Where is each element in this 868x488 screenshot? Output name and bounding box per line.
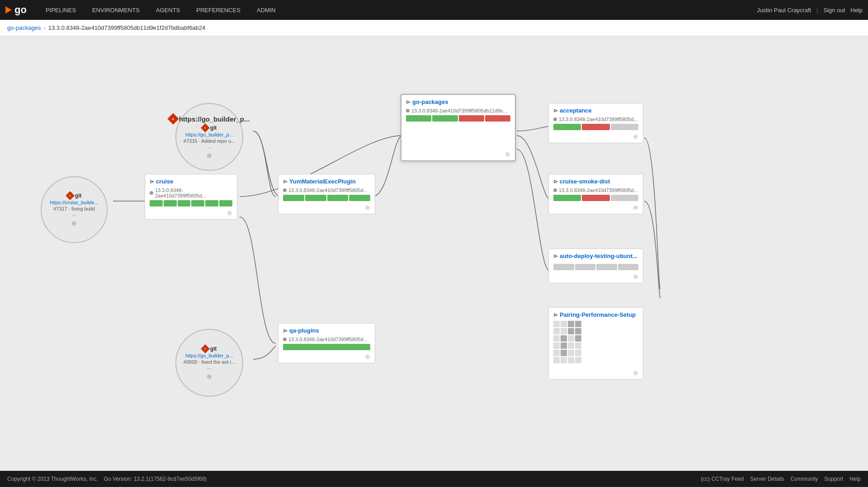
- stage-cruise-3[interactable]: [178, 200, 191, 206]
- git-diamond-sm-2: ♦: [66, 191, 75, 200]
- nav-agents[interactable]: AGENTS: [148, 0, 188, 20]
- git-node-3: ♦ git https://go_builder_p... #0000 · fi…: [175, 329, 243, 397]
- help-link[interactable]: Help: [850, 7, 863, 14]
- build-dot-acceptance: [553, 117, 557, 121]
- footer-community[interactable]: Community: [791, 476, 818, 482]
- auto-deploy-stages: [553, 264, 638, 270]
- yum-pipeline-box: ⊳ YumMaterialExecPlugin 13.3.0.8348-2ae4…: [278, 174, 375, 214]
- username: Justin Paul Craycraft: [757, 7, 811, 14]
- qa-plugins-pipeline-box: ⊳ qa-plugins 13.3.0.8348-2ae410d7399ff58…: [278, 323, 375, 363]
- auto-deploy-pipeline-name[interactable]: ⊳ auto-deploy-testing-ubunt...: [553, 253, 638, 259]
- pairing-pipeline-box: ⊳ Pairing-Performance-Setup: [548, 307, 643, 380]
- stage-smoke-3[interactable]: [611, 195, 638, 201]
- stage-cruise-1[interactable]: [150, 200, 163, 206]
- build-dot-yum: [283, 188, 287, 192]
- pipeline-icon-acceptance: ⊳: [553, 108, 558, 114]
- pin-auto[interactable]: ⊕: [633, 273, 638, 280]
- pin-smoke[interactable]: ⊕: [633, 204, 638, 211]
- footer-cctray[interactable]: (cc) CCTray Feed: [701, 476, 744, 482]
- stage-cruise-5[interactable]: [205, 200, 218, 206]
- footer-server-details[interactable]: Server Details: [750, 476, 784, 482]
- stage-acc-2[interactable]: [582, 124, 609, 130]
- cruise-pipeline-box: ⊳ cruise 13.3.0.8348-2ae410d7399ff5805d.…: [145, 174, 237, 220]
- stage-gp-2[interactable]: [432, 115, 458, 122]
- stage-gp-3[interactable]: [459, 115, 484, 122]
- pin-qa[interactable]: ⊕: [365, 353, 370, 360]
- pipeline-icon-smoke: ⊳: [553, 178, 558, 185]
- stage-gp-1[interactable]: [406, 115, 431, 122]
- cruise-smoke-pipeline-name[interactable]: ⊳ cruise-smoke-dist: [553, 178, 638, 185]
- cruise-smoke-stages: [553, 195, 638, 201]
- signout-link[interactable]: Sign out: [824, 7, 845, 14]
- qa-plugins-build-id: 13.3.0.8348-2ae410d7399ff5805d...: [283, 337, 370, 342]
- cruise-pipeline-name[interactable]: ⊳ cruise: [150, 178, 232, 185]
- git-url-3: https://go_builder_p...: [185, 353, 233, 358]
- stage-cruise-4[interactable]: [191, 200, 204, 206]
- logo: go: [5, 4, 27, 16]
- stage-smoke-2[interactable]: [582, 195, 609, 201]
- breadcrumb-current: 13.3.0.8348-2ae410d7399ff5805db11d9e1f2d…: [48, 24, 206, 31]
- qa-plugins-pipeline-name[interactable]: ⊳ qa-plugins: [283, 327, 370, 334]
- go-packages-spacer: [406, 122, 510, 144]
- footer-help[interactable]: Help: [849, 476, 861, 482]
- nav-pipelines[interactable]: PIPELINES: [38, 0, 84, 20]
- pin-icon-3[interactable]: ⊕: [207, 373, 212, 380]
- footer-copyright: Copyright © 2013 ThoughtWorks, Inc. Go V…: [7, 476, 207, 482]
- stage-auto-1[interactable]: [553, 264, 574, 270]
- stage-yum-1[interactable]: [283, 195, 304, 201]
- footer: Copyright © 2013 ThoughtWorks, Inc. Go V…: [0, 471, 868, 487]
- stage-qa-1[interactable]: [283, 344, 370, 350]
- go-packages-pipeline-name[interactable]: ⊳ go-packages: [406, 99, 510, 105]
- stage-auto-3[interactable]: [596, 264, 617, 270]
- pairing-pipeline-name[interactable]: ⊳ Pairing-Performance-Setup: [553, 311, 638, 318]
- pipeline-icon-go-packages: ⊳: [406, 99, 410, 105]
- logo-text: go: [14, 4, 27, 16]
- git-build-2: #7317 · fixing build: [53, 206, 95, 211]
- git-node-2: ♦ git https://cruise_builde... #7317 · f…: [41, 176, 108, 243]
- pin-icon-2[interactable]: ⊕: [71, 220, 77, 227]
- git-icon-1: ♦ https://go_builder_p...: [169, 115, 250, 123]
- breadcrumb-separator: ›: [43, 24, 45, 31]
- pipeline-icon-yum: ⊳: [283, 178, 288, 185]
- git-diamond-sm-3: ♦: [201, 344, 210, 353]
- nav-preferences[interactable]: PREFERENCES: [188, 0, 249, 20]
- yum-build-id: 13.3.0.8348-2ae410d7399ff5805d...: [283, 188, 370, 193]
- git-url-2: https://cruise_builde...: [50, 200, 98, 205]
- topnav: go PIPELINES ENVIRONMENTS AGENTS PREFERE…: [0, 0, 868, 20]
- stage-smoke-1[interactable]: [553, 195, 581, 201]
- cruise-build-id: 13.3.0.8348-2ae410d7399ff5805d...: [150, 188, 232, 198]
- git-diamond-1: ♦: [167, 113, 179, 124]
- footer-links: (cc) CCTray Feed Server Details Communit…: [694, 476, 861, 482]
- go-packages-build-id: 13.3.0.8348-2ae410d7399ff5805db11d9e...: [406, 108, 510, 113]
- cruise-smoke-build-id: 13.3.0.8348-2ae410d7399ff5805d...: [553, 188, 638, 193]
- stage-yum-4[interactable]: [349, 195, 370, 201]
- stage-acc-3[interactable]: [611, 124, 638, 130]
- footer-support[interactable]: Support: [824, 476, 843, 482]
- pin-icon-1[interactable]: ⊕: [207, 152, 212, 159]
- stage-yum-3[interactable]: [327, 195, 349, 201]
- pin-cruise[interactable]: ⊕: [227, 209, 232, 216]
- stage-acc-1[interactable]: [553, 124, 581, 130]
- breadcrumb: go-packages › 13.3.0.8348-2ae410d7399ff5…: [0, 20, 868, 36]
- stage-gp-4[interactable]: [485, 115, 510, 122]
- qa-plugins-stages: [283, 344, 370, 350]
- git-ellipsis-3: ...: [207, 365, 211, 370]
- stage-auto-2[interactable]: [575, 264, 596, 270]
- acceptance-pipeline-box: ⊳ acceptance 13.3.0.8348-2ae410d7399ff58…: [548, 103, 643, 143]
- yum-pipeline-name[interactable]: ⊳ YumMaterialExecPlugin: [283, 178, 370, 185]
- nav-links: PIPELINES ENVIRONMENTS AGENTS PREFERENCE…: [38, 0, 757, 20]
- git-url-1: https://go_builder_p...: [185, 132, 233, 137]
- git-label-1: https://go_builder_p...: [179, 115, 250, 123]
- pin-acceptance[interactable]: ⊕: [633, 133, 638, 140]
- pin-go-packages[interactable]: ⊕: [505, 150, 510, 158]
- pin-pairing[interactable]: ⊕: [633, 369, 638, 376]
- pin-yum[interactable]: ⊕: [365, 204, 370, 211]
- stage-cruise-6[interactable]: [219, 200, 232, 206]
- nav-environments[interactable]: ENVIRONMENTS: [84, 0, 148, 20]
- stage-yum-2[interactable]: [305, 195, 326, 201]
- nav-admin[interactable]: ADMIN: [249, 0, 284, 20]
- stage-cruise-2[interactable]: [164, 200, 177, 206]
- breadcrumb-parent[interactable]: go-packages: [7, 24, 41, 31]
- acceptance-pipeline-name[interactable]: ⊳ acceptance: [553, 107, 638, 114]
- stage-auto-4[interactable]: [618, 264, 639, 270]
